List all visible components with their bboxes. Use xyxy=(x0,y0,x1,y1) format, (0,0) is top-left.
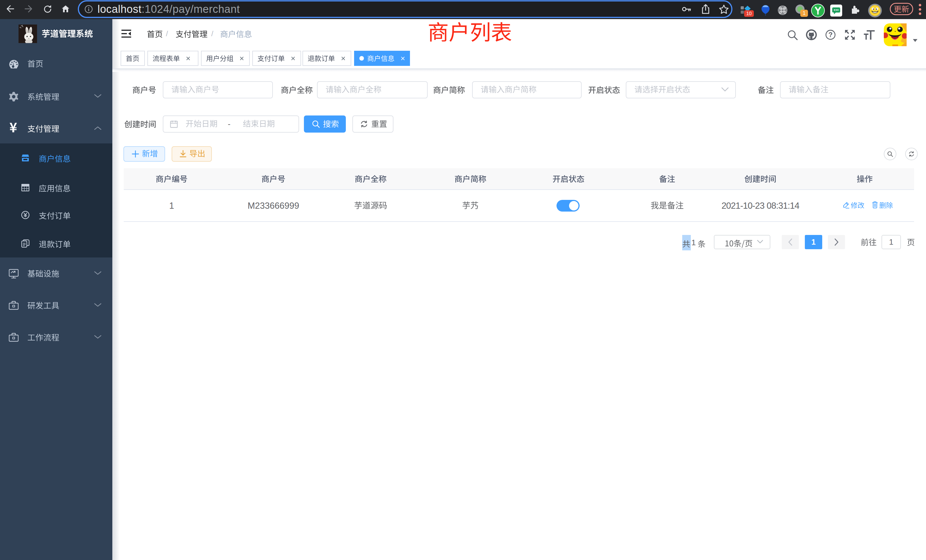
svg-text:?: ? xyxy=(829,31,833,38)
